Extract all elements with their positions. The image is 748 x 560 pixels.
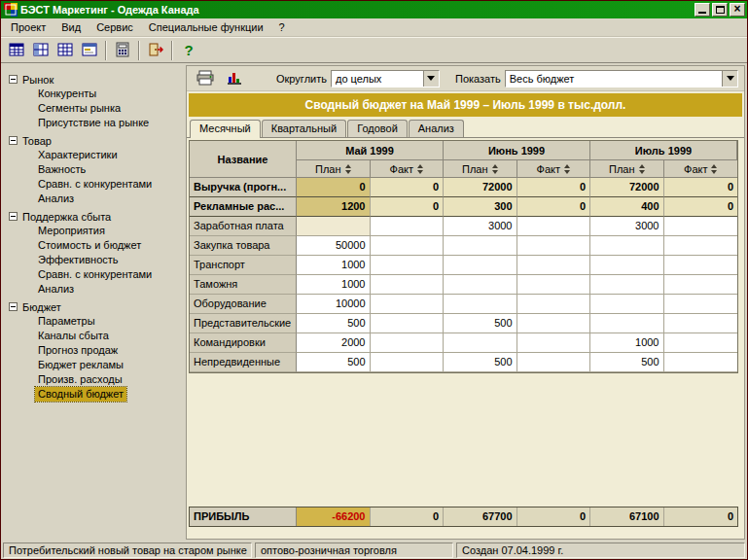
sort-spinner[interactable] bbox=[417, 164, 423, 174]
value-cell[interactable]: 72000 bbox=[444, 178, 517, 197]
value-cell[interactable] bbox=[590, 256, 664, 275]
column-header-fact[interactable]: Факт bbox=[517, 160, 591, 178]
sidebar-item[interactable]: Сравн. с конкурентами bbox=[35, 177, 155, 192]
table-columns-button[interactable] bbox=[29, 40, 53, 61]
sidebar-item[interactable]: Параметры bbox=[35, 314, 98, 329]
sort-spinner[interactable] bbox=[564, 164, 570, 174]
chart-button[interactable] bbox=[222, 68, 247, 88]
close-button[interactable]: × bbox=[730, 3, 745, 17]
sort-spinner[interactable] bbox=[492, 164, 498, 174]
value-cell[interactable] bbox=[517, 295, 591, 314]
menu-item[interactable]: Специальные функции bbox=[141, 19, 271, 35]
value-cell[interactable]: 300 bbox=[444, 197, 517, 217]
table-view-button[interactable] bbox=[5, 40, 28, 61]
menu-item[interactable]: Сервис bbox=[89, 19, 141, 35]
column-header-fact[interactable]: Факт bbox=[664, 160, 738, 178]
menu-item[interactable]: Вид bbox=[53, 19, 89, 35]
value-cell[interactable] bbox=[371, 295, 445, 314]
sidebar-item[interactable]: Важность bbox=[35, 162, 89, 177]
value-cell[interactable] bbox=[371, 275, 445, 295]
sidebar-item[interactable]: Бюджет рекламы bbox=[35, 358, 126, 372]
value-cell[interactable] bbox=[590, 295, 664, 314]
round-select[interactable]: до целых bbox=[331, 70, 440, 88]
row-label[interactable]: Непредвиденные bbox=[190, 353, 297, 372]
value-cell[interactable] bbox=[517, 217, 591, 236]
value-cell[interactable]: 500 bbox=[590, 353, 664, 372]
value-cell[interactable] bbox=[517, 353, 591, 372]
value-cell[interactable] bbox=[517, 314, 591, 333]
tab-3[interactable]: Анализ bbox=[409, 120, 464, 137]
menu-item[interactable]: Проект bbox=[3, 19, 53, 35]
row-label[interactable]: Оборудование bbox=[190, 295, 297, 314]
value-cell[interactable] bbox=[371, 236, 445, 256]
sidebar-item[interactable]: Сегменты рынка bbox=[35, 101, 124, 116]
value-cell[interactable]: 500 bbox=[444, 314, 517, 333]
column-header-fact[interactable]: Факт bbox=[371, 160, 445, 178]
row-label[interactable]: Закупка товара bbox=[190, 236, 297, 256]
value-cell[interactable] bbox=[664, 295, 738, 314]
sort-spinner[interactable] bbox=[345, 164, 351, 174]
value-cell[interactable]: 10000 bbox=[297, 295, 371, 314]
value-cell[interactable]: 1000 bbox=[297, 256, 371, 275]
tree-section[interactable]: Рынок bbox=[9, 72, 184, 87]
sidebar-item[interactable]: Каналы сбыта bbox=[35, 329, 112, 343]
column-header-month[interactable]: Июнь 1999 bbox=[444, 141, 590, 160]
column-header-month[interactable]: Май 1999 bbox=[297, 141, 444, 160]
value-cell[interactable] bbox=[371, 256, 445, 275]
value-cell[interactable] bbox=[664, 333, 738, 353]
value-cell[interactable]: 0 bbox=[517, 178, 591, 197]
value-cell[interactable] bbox=[371, 217, 445, 236]
profit-value[interactable]: 0 bbox=[371, 508, 445, 526]
value-cell[interactable]: 0 bbox=[371, 178, 445, 197]
sidebar-item[interactable]: Характеристики bbox=[35, 148, 121, 162]
value-cell[interactable] bbox=[297, 217, 371, 236]
value-cell[interactable]: 1000 bbox=[590, 333, 664, 353]
menu-item[interactable]: ? bbox=[271, 19, 293, 35]
profit-value[interactable]: 0 bbox=[664, 508, 738, 526]
table-report-button[interactable] bbox=[78, 40, 101, 61]
value-cell[interactable] bbox=[444, 333, 517, 353]
value-cell[interactable]: 500 bbox=[297, 314, 371, 333]
sidebar-item[interactable]: Произв. расходы bbox=[35, 372, 125, 387]
value-cell[interactable] bbox=[444, 295, 517, 314]
tree-section[interactable]: Товар bbox=[9, 133, 184, 148]
value-cell[interactable] bbox=[664, 217, 738, 236]
value-cell[interactable] bbox=[371, 333, 445, 353]
row-label[interactable]: Выручка (прогн... bbox=[190, 178, 297, 197]
sidebar-item[interactable]: Присутствие на рынке bbox=[35, 116, 152, 130]
column-header-plan[interactable]: План bbox=[444, 160, 517, 178]
tree-section[interactable]: Бюджет bbox=[9, 299, 184, 314]
value-cell[interactable]: 72000 bbox=[590, 178, 664, 197]
collapse-icon[interactable] bbox=[9, 302, 18, 311]
row-label[interactable]: Заработная плата bbox=[190, 217, 297, 236]
round-dropdown-button[interactable] bbox=[423, 71, 439, 87]
value-cell[interactable] bbox=[664, 353, 738, 372]
value-cell[interactable]: 0 bbox=[297, 178, 371, 197]
value-cell[interactable] bbox=[517, 256, 591, 275]
collapse-icon[interactable] bbox=[9, 136, 18, 145]
value-cell[interactable]: 1000 bbox=[297, 275, 371, 295]
row-label[interactable]: Командировки bbox=[190, 333, 297, 353]
value-cell[interactable]: 2000 bbox=[297, 333, 371, 353]
value-cell[interactable]: 50000 bbox=[297, 236, 371, 256]
profit-value[interactable]: 67700 bbox=[444, 508, 517, 526]
profit-value[interactable]: 67100 bbox=[590, 508, 664, 526]
exit-button[interactable] bbox=[144, 40, 167, 61]
value-cell[interactable] bbox=[590, 275, 664, 295]
value-cell[interactable] bbox=[444, 236, 517, 256]
row-label[interactable]: Таможня bbox=[190, 275, 297, 295]
column-header-plan[interactable]: План bbox=[297, 160, 371, 178]
sidebar-item[interactable]: Мероприятия bbox=[35, 224, 108, 238]
value-cell[interactable] bbox=[590, 314, 664, 333]
value-cell[interactable]: 3000 bbox=[590, 217, 664, 236]
value-cell[interactable]: 0 bbox=[664, 197, 738, 217]
value-cell[interactable] bbox=[517, 333, 591, 353]
sidebar-item[interactable]: Сводный бюджет bbox=[35, 387, 126, 402]
value-cell[interactable] bbox=[444, 275, 517, 295]
sidebar-item[interactable]: Анализ bbox=[35, 282, 77, 297]
tree-section[interactable]: Поддержка сбыта bbox=[9, 209, 184, 224]
sidebar-item[interactable]: Конкуренты bbox=[35, 87, 99, 101]
column-header-month[interactable]: Июль 1999 bbox=[590, 141, 737, 160]
value-cell[interactable] bbox=[590, 236, 664, 256]
value-cell[interactable] bbox=[664, 314, 738, 333]
